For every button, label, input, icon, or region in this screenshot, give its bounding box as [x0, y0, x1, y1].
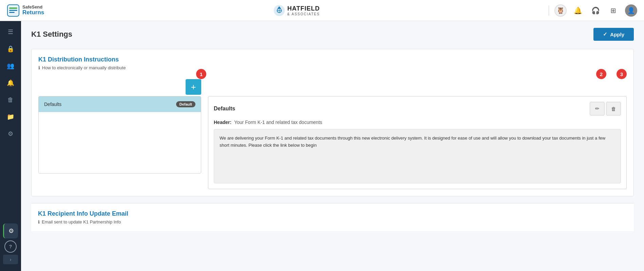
- sidebar-item-settings-top[interactable]: ⚙: [3, 126, 18, 141]
- hatfield-text: HATFIELD & ASSOCIATES: [287, 5, 320, 16]
- logo-text: SafeSend Returns: [22, 5, 44, 16]
- top-header: SafeSend Returns HATFIELD & ASSOCIATES 🦉…: [0, 0, 644, 21]
- lock-icon: 🔒: [7, 45, 14, 53]
- body-text-box: We are delivering your Form K-1 and rela…: [214, 129, 621, 183]
- user-avatar-button[interactable]: 👤: [625, 4, 637, 17]
- add-template-button[interactable]: +: [186, 79, 201, 95]
- safesend-logo-icon: [7, 4, 20, 17]
- apps-button[interactable]: ⊞: [607, 4, 620, 17]
- sidebar-item-notifications[interactable]: 🔔: [3, 75, 18, 90]
- company-logo: HATFIELD & ASSOCIATES: [273, 4, 320, 17]
- checkmark-icon: ✓: [603, 31, 607, 37]
- recipient-subtitle-text: Email sent to update K1 Partnership Info: [42, 219, 121, 224]
- template-item-label: Defaults: [44, 102, 61, 107]
- delete-icon: 🗑: [611, 106, 616, 112]
- logo-area: SafeSend Returns: [7, 4, 44, 17]
- svg-rect-3: [9, 12, 15, 13]
- template-list: Defaults Default: [38, 96, 201, 174]
- badge-3: 3: [617, 69, 627, 79]
- edit-button[interactable]: ✏: [590, 102, 605, 115]
- notification-bell-button[interactable]: 🔔: [572, 4, 584, 17]
- recipient-info-icon: ℹ: [38, 219, 40, 224]
- header-icons: 🦉 🔔 🎧 ⊞ 👤: [549, 4, 637, 17]
- expand-sidebar-button[interactable]: ›: [3, 255, 18, 264]
- sidebar-item-files[interactable]: 📁: [3, 109, 18, 124]
- settings-active-icon: ⚙: [8, 227, 14, 235]
- page-title: K1 Settings: [31, 30, 72, 39]
- template-empty-space: [39, 112, 201, 173]
- content-area: K1 Settings ✓ Apply K1 Distribution Inst…: [21, 21, 644, 271]
- logo-returns-label: Returns: [22, 10, 44, 16]
- action-buttons: ✏ 🗑: [590, 102, 621, 115]
- delete-button[interactable]: 🗑: [606, 102, 621, 115]
- recipient-subtitle: ℹ Email sent to update K1 Partnership In…: [38, 219, 627, 224]
- folder-icon: 📁: [7, 113, 14, 121]
- chevron-right-icon: ›: [10, 257, 12, 262]
- sidebar-item-inbox[interactable]: ☰: [3, 24, 18, 39]
- logo-safe-label: SafeSend: [22, 5, 44, 10]
- svg-rect-1: [9, 7, 17, 9]
- main-layout: ☰ 🔒 👥 🔔 🗑 📁 ⚙ ⚙ ? ›: [0, 21, 644, 271]
- distribution-layout: 1 + Defaults Default: [38, 76, 627, 189]
- sidebar-item-help[interactable]: ?: [4, 240, 17, 253]
- apply-button[interactable]: ✓ Apply: [593, 28, 634, 41]
- apply-label: Apply: [610, 32, 624, 37]
- dist-right-panel: 2 3 Defaults ✏: [208, 76, 627, 189]
- company-name: HATFIELD: [287, 5, 320, 12]
- owl-avatar[interactable]: 🦉: [554, 4, 567, 17]
- default-badge: Default: [176, 101, 195, 107]
- trash-icon: 🗑: [7, 96, 14, 104]
- headset-button[interactable]: 🎧: [590, 4, 602, 17]
- plus-icon: +: [191, 82, 196, 92]
- right-panel-title: Defaults: [214, 106, 235, 112]
- distribution-subtitle-text: How to electronically or manually distri…: [42, 65, 126, 70]
- sidebar: ☰ 🔒 👥 🔔 🗑 📁 ⚙ ⚙ ? ›: [0, 21, 21, 271]
- right-panel-header: Defaults ✏ 🗑: [214, 102, 621, 115]
- dist-left-panel: 1 + Defaults Default: [38, 76, 201, 189]
- header-divider: [549, 5, 549, 16]
- svg-rect-2: [9, 10, 17, 11]
- bell-icon: 🔔: [7, 79, 14, 87]
- users-icon: 👥: [7, 62, 14, 70]
- badge-1: 1: [196, 69, 206, 79]
- recipient-title: K1 Recipient Info Update Email: [38, 210, 627, 217]
- sidebar-item-settings-active[interactable]: ⚙: [3, 223, 18, 238]
- help-icon: ?: [9, 244, 12, 249]
- template-list-wrapper: Defaults Default: [38, 96, 201, 174]
- sidebar-item-security[interactable]: 🔒: [3, 41, 18, 56]
- distribution-subtitle: ℹ How to electronically or manually dist…: [38, 65, 627, 70]
- sidebar-item-trash[interactable]: 🗑: [3, 92, 18, 107]
- edit-icon: ✏: [595, 106, 600, 112]
- sidebar-item-users[interactable]: 👥: [3, 58, 18, 73]
- recipient-section: K1 Recipient Info Update Email ℹ Email s…: [31, 203, 634, 231]
- template-item-defaults[interactable]: Defaults Default: [39, 96, 201, 112]
- badge-2: 2: [596, 69, 606, 79]
- distribution-section: K1 Distribution Instructions ℹ How to el…: [31, 49, 634, 196]
- right-panel-content: Defaults ✏ 🗑 Header:: [208, 96, 627, 189]
- header-row: Header: Your Form K-1 and related tax do…: [214, 120, 621, 125]
- sidebar-bottom: ⚙ ? ›: [3, 223, 18, 268]
- info-icon: ℹ: [38, 65, 40, 70]
- distribution-title: K1 Distribution Instructions: [38, 56, 627, 63]
- settings-top-icon: ⚙: [8, 130, 13, 138]
- page-header: K1 Settings ✓ Apply: [31, 28, 634, 41]
- inbox-icon: ☰: [8, 28, 13, 36]
- hatfield-icon: [273, 4, 285, 17]
- company-sub: & ASSOCIATES: [287, 12, 320, 16]
- header-field-value: Your Form K-1 and related tax documents: [234, 120, 322, 125]
- header-field-label: Header:: [214, 120, 231, 125]
